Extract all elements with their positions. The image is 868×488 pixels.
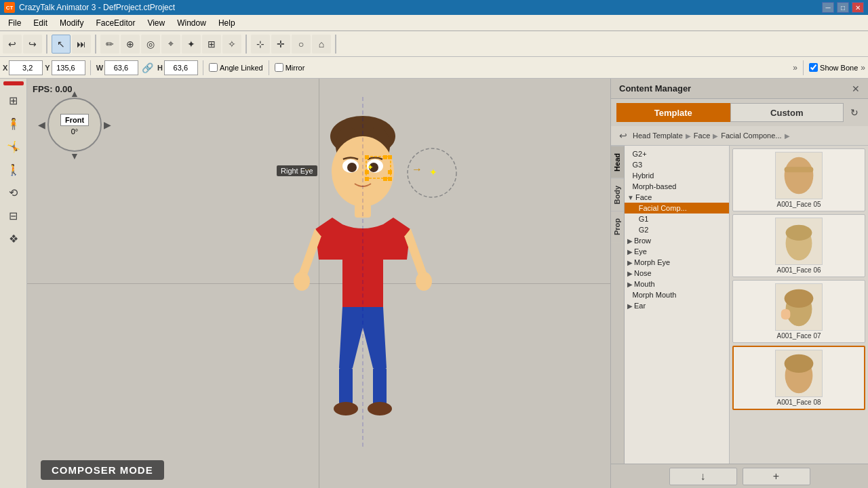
view-top-arrow[interactable]: ▲ [70, 88, 79, 99]
view-circle-container: Front 0° ◀ ▶ ▲ ▼ [47, 98, 102, 152]
tree-item-morph-mouth[interactable]: Morph Mouth [625, 289, 729, 300]
transform-button[interactable]: ⊕ [121, 35, 140, 54]
tree-item-g2plus[interactable]: G2+ [625, 148, 729, 159]
expand-icon-morph-mouth [627, 291, 631, 299]
refresh-button[interactable]: ↻ [846, 103, 863, 122]
minimize-button[interactable]: ─ [822, 2, 834, 13]
w-input[interactable] [104, 60, 138, 75]
item-card-face07[interactable]: A001_Face 07 [732, 280, 865, 343]
menu-view[interactable]: View [142, 17, 170, 29]
expand-icon-face[interactable] [627, 194, 634, 201]
home-button[interactable]: ⌂ [312, 35, 331, 54]
move-button[interactable]: ✛ [271, 35, 290, 54]
y-input[interactable] [52, 60, 85, 75]
tree-item-g3[interactable]: G3 [625, 159, 729, 170]
x-input[interactable] [9, 60, 43, 75]
item-card-face06[interactable]: A001_Face 06 [732, 214, 865, 277]
expand-icon-ear[interactable] [627, 302, 633, 310]
svg-rect-1 [785, 167, 814, 172]
draw-button[interactable]: ✏ [100, 35, 119, 54]
tree-item-hybrid[interactable]: Hybrid [625, 170, 729, 181]
sidebar-walk-button[interactable]: 🚶 [3, 159, 24, 180]
scale-circle-button[interactable]: ◎ [141, 35, 160, 54]
menu-edit[interactable]: Edit [28, 17, 53, 29]
view-right-arrow[interactable]: ▶ [104, 119, 111, 130]
expand-icon-mouth[interactable] [627, 281, 633, 288]
lasso-button[interactable]: ⌖ [161, 35, 180, 54]
tree-item-ear[interactable]: Ear [625, 300, 729, 311]
side-tab-body[interactable]: Body [611, 178, 624, 211]
tree-item-morph-eye[interactable]: Morph Eye [625, 257, 729, 268]
close-button[interactable]: ✕ [852, 2, 864, 13]
expand-icon-g3 [627, 161, 631, 169]
tree-item-g1[interactable]: G1 [625, 214, 729, 224]
redo-button[interactable]: ↪ [23, 35, 42, 54]
tree-label-nose: Nose [634, 269, 652, 277]
expand-right-icon[interactable]: » [861, 63, 865, 73]
expand-icon-nose[interactable] [627, 270, 633, 277]
sidebar-figure-button[interactable]: 🧍 [3, 113, 24, 134]
view-angle: 0° [60, 127, 89, 136]
expand-icon-morph-eye[interactable] [627, 259, 633, 266]
select-button[interactable]: ↖ [52, 35, 71, 54]
sprite-button[interactable]: ✧ [222, 35, 241, 54]
expand-left-icon[interactable]: » [793, 63, 797, 73]
menu-window[interactable]: Window [172, 17, 212, 29]
tree-label-mouth: Mouth [634, 280, 655, 288]
add-button[interactable]: + [743, 468, 810, 485]
side-tab-prop[interactable]: Prop [611, 211, 624, 242]
item-card-face05[interactable]: A001_Face 05 [732, 148, 865, 211]
sidebar-grid-button[interactable]: ⊞ [3, 89, 24, 111]
show-bone-checkbox[interactable] [809, 63, 818, 72]
view-circle[interactable]: Front 0° [47, 98, 102, 152]
tree-item-brow[interactable]: Brow [625, 235, 729, 246]
titlebar-buttons[interactable]: ─ □ ✕ [822, 2, 864, 13]
sidebar-stick-button[interactable]: 🤸 [3, 136, 24, 157]
expand-icon-brow[interactable] [627, 237, 633, 245]
undo-button[interactable]: ↩ [3, 35, 22, 54]
mesh-button[interactable]: ⊞ [202, 35, 221, 54]
tree-item-mouth[interactable]: Mouth [625, 279, 729, 289]
tree-label-g2plus: G2+ [633, 150, 647, 158]
expand-icon-eye[interactable] [627, 248, 633, 256]
sidebar-grid2-button[interactable]: ⊟ [3, 205, 24, 226]
tree-item-morph-based[interactable]: Morph-based [625, 181, 729, 192]
content-manager-body: Head Body Prop G2+ G3 Hybrid [611, 146, 868, 464]
eye-star: ✦ [429, 167, 437, 178]
content-manager-close[interactable]: ✕ [852, 83, 860, 94]
orbit-button[interactable]: ○ [292, 35, 311, 54]
app-icon: CT [4, 2, 15, 13]
tree-item-nose[interactable]: Nose [625, 268, 729, 279]
sidebar-sprite-button[interactable]: ❖ [3, 228, 24, 249]
menu-faceeditor[interactable]: FaceEditor [90, 17, 140, 29]
tree-item-eye[interactable]: Eye [625, 246, 729, 257]
view-left-arrow[interactable]: ◀ [38, 119, 45, 130]
play-step-button[interactable]: ⏭ [72, 35, 91, 54]
side-tab-head[interactable]: Head [611, 146, 624, 178]
view-bottom-arrow[interactable]: ▼ [70, 150, 79, 161]
tree-item-facial-comp[interactable]: Facial Comp... [625, 203, 729, 214]
maximize-button[interactable]: □ [837, 2, 849, 13]
item-card-face08[interactable]: A001_Face 08 [732, 346, 865, 410]
h-input[interactable] [164, 60, 198, 75]
right-lower-leg [373, 368, 387, 405]
expand-icon-g2 [635, 226, 637, 234]
tree-item-face[interactable]: Face [625, 192, 729, 203]
bone-move-button[interactable]: ⊹ [251, 35, 270, 54]
tree-item-g2[interactable]: G2 [625, 224, 729, 235]
sidebar-transform-button[interactable]: ⟲ [3, 182, 24, 203]
mirror-checkbox[interactable] [275, 63, 283, 72]
breadcrumb-back-button[interactable]: ↩ [616, 129, 630, 142]
breadcrumb: ↩ Head Template ▶ Face ▶ Facial Compone.… [611, 126, 868, 146]
angle-linked-label: Angle Linked [220, 64, 263, 72]
tab-template[interactable]: Template [616, 103, 730, 122]
menu-file[interactable]: File [3, 17, 26, 29]
tab-custom[interactable]: Custom [730, 103, 844, 122]
angle-linked-checkbox[interactable] [209, 63, 218, 72]
right-arrow-indicator: → [412, 163, 422, 175]
download-button[interactable]: ↓ [669, 468, 737, 485]
menu-modify[interactable]: Modify [54, 17, 89, 29]
canvas-area[interactable]: FPS: 0.00 Front 0° ◀ ▶ ▲ ▼ [27, 79, 610, 488]
puppet2-button[interactable]: ✦ [182, 35, 201, 54]
menu-help[interactable]: Help [213, 17, 241, 29]
